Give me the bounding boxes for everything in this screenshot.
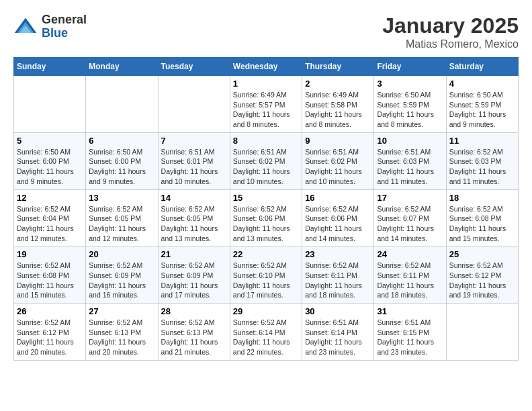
day-of-week-header: Thursday (302, 58, 374, 76)
calendar-week-row: 19Sunrise: 6:52 AMSunset: 6:08 PMDayligh… (14, 246, 519, 304)
day-number: 13 (89, 193, 154, 203)
calendar-cell: 23Sunrise: 6:52 AMSunset: 6:11 PMDayligh… (302, 246, 374, 304)
calendar-week-row: 1Sunrise: 6:49 AMSunset: 5:57 PMDaylight… (14, 76, 519, 133)
day-info: Sunrise: 6:51 AMSunset: 6:14 PMDaylight:… (305, 318, 371, 357)
calendar-cell: 7Sunrise: 6:51 AMSunset: 6:01 PMDaylight… (158, 132, 230, 189)
calendar-cell: 16Sunrise: 6:52 AMSunset: 6:06 PMDayligh… (302, 189, 374, 246)
day-number: 24 (377, 249, 443, 259)
calendar-week-row: 12Sunrise: 6:52 AMSunset: 6:04 PMDayligh… (14, 189, 519, 246)
calendar-cell: 6Sunrise: 6:50 AMSunset: 6:00 PMDaylight… (86, 132, 158, 189)
day-info: Sunrise: 6:49 AMSunset: 5:58 PMDaylight:… (305, 90, 371, 130)
day-info: Sunrise: 6:50 AMSunset: 6:00 PMDaylight:… (89, 147, 154, 187)
calendar-cell: 5Sunrise: 6:50 AMSunset: 6:00 PMDaylight… (14, 132, 86, 189)
day-info: Sunrise: 6:51 AMSunset: 6:01 PMDaylight:… (161, 147, 227, 187)
calendar-cell (14, 76, 86, 133)
day-info: Sunrise: 6:52 AMSunset: 6:13 PMDaylight:… (161, 318, 227, 357)
day-number: 26 (17, 306, 83, 316)
day-info: Sunrise: 6:52 AMSunset: 6:04 PMDaylight:… (17, 204, 83, 244)
day-info: Sunrise: 6:52 AMSunset: 6:09 PMDaylight:… (89, 261, 154, 300)
day-info: Sunrise: 6:50 AMSunset: 5:59 PMDaylight:… (377, 90, 443, 130)
calendar-header: SundayMondayTuesdayWednesdayThursdayFrid… (14, 58, 519, 76)
calendar-cell: 19Sunrise: 6:52 AMSunset: 6:08 PMDayligh… (14, 246, 86, 304)
calendar-cell: 13Sunrise: 6:52 AMSunset: 6:05 PMDayligh… (86, 189, 158, 246)
day-of-week-header: Saturday (446, 58, 518, 76)
day-number: 25 (449, 249, 515, 259)
calendar-cell: 28Sunrise: 6:52 AMSunset: 6:13 PMDayligh… (158, 304, 230, 361)
day-number: 14 (161, 193, 227, 203)
day-number: 7 (161, 136, 227, 146)
calendar-cell (158, 76, 230, 133)
day-number: 22 (233, 249, 299, 259)
day-of-week-header: Sunday (14, 58, 86, 76)
calendar-cell: 26Sunrise: 6:52 AMSunset: 6:12 PMDayligh… (14, 304, 86, 361)
days-of-week-row: SundayMondayTuesdayWednesdayThursdayFrid… (14, 58, 519, 76)
calendar-cell: 18Sunrise: 6:52 AMSunset: 6:08 PMDayligh… (446, 189, 518, 246)
calendar-cell (446, 304, 518, 361)
calendar-cell: 8Sunrise: 6:51 AMSunset: 6:02 PMDaylight… (230, 132, 302, 189)
calendar-subtitle: Matias Romero, Mexico (382, 38, 519, 50)
logo: General Blue (13, 13, 87, 40)
day-number: 4 (449, 79, 515, 89)
calendar-cell: 24Sunrise: 6:52 AMSunset: 6:11 PMDayligh… (374, 246, 446, 304)
day-number: 29 (233, 306, 299, 316)
day-number: 19 (17, 249, 83, 259)
day-info: Sunrise: 6:50 AMSunset: 5:59 PMDaylight:… (449, 90, 515, 130)
day-info: Sunrise: 6:52 AMSunset: 6:06 PMDaylight:… (305, 204, 371, 244)
day-number: 8 (233, 136, 299, 146)
day-number: 5 (17, 136, 83, 146)
day-info: Sunrise: 6:52 AMSunset: 6:11 PMDaylight:… (305, 261, 371, 300)
day-number: 9 (305, 136, 371, 146)
calendar-cell: 31Sunrise: 6:51 AMSunset: 6:15 PMDayligh… (374, 304, 446, 361)
day-info: Sunrise: 6:52 AMSunset: 6:08 PMDaylight:… (17, 261, 83, 300)
day-info: Sunrise: 6:52 AMSunset: 6:14 PMDaylight:… (233, 318, 299, 357)
day-info: Sunrise: 6:52 AMSunset: 6:06 PMDaylight:… (233, 204, 299, 244)
calendar-table: SundayMondayTuesdayWednesdayThursdayFrid… (13, 57, 519, 361)
title-block: January 2025 Matias Romero, Mexico (382, 13, 519, 50)
day-number: 18 (449, 193, 515, 203)
calendar-cell: 11Sunrise: 6:52 AMSunset: 6:03 PMDayligh… (446, 132, 518, 189)
calendar-cell: 21Sunrise: 6:52 AMSunset: 6:09 PMDayligh… (158, 246, 230, 304)
day-number: 15 (233, 193, 299, 203)
day-number: 30 (305, 306, 371, 316)
calendar-cell: 1Sunrise: 6:49 AMSunset: 5:57 PMDaylight… (230, 76, 302, 133)
day-info: Sunrise: 6:52 AMSunset: 6:08 PMDaylight:… (449, 204, 515, 244)
day-number: 10 (377, 136, 443, 146)
logo-icon (13, 15, 38, 39)
day-number: 21 (161, 249, 227, 259)
calendar-cell: 27Sunrise: 6:52 AMSunset: 6:13 PMDayligh… (86, 304, 158, 361)
day-of-week-header: Friday (374, 58, 446, 76)
calendar-cell: 4Sunrise: 6:50 AMSunset: 5:59 PMDaylight… (446, 76, 518, 133)
calendar-week-row: 26Sunrise: 6:52 AMSunset: 6:12 PMDayligh… (14, 304, 519, 361)
day-of-week-header: Tuesday (158, 58, 230, 76)
day-info: Sunrise: 6:52 AMSunset: 6:05 PMDaylight:… (161, 204, 227, 244)
calendar-cell: 14Sunrise: 6:52 AMSunset: 6:05 PMDayligh… (158, 189, 230, 246)
calendar-cell: 29Sunrise: 6:52 AMSunset: 6:14 PMDayligh… (230, 304, 302, 361)
day-info: Sunrise: 6:52 AMSunset: 6:13 PMDaylight:… (89, 318, 154, 357)
calendar-cell: 2Sunrise: 6:49 AMSunset: 5:58 PMDaylight… (302, 76, 374, 133)
calendar-cell: 25Sunrise: 6:52 AMSunset: 6:12 PMDayligh… (446, 246, 518, 304)
day-info: Sunrise: 6:52 AMSunset: 6:12 PMDaylight:… (449, 261, 515, 300)
calendar-cell: 30Sunrise: 6:51 AMSunset: 6:14 PMDayligh… (302, 304, 374, 361)
day-info: Sunrise: 6:52 AMSunset: 6:10 PMDaylight:… (233, 261, 299, 300)
calendar-cell: 12Sunrise: 6:52 AMSunset: 6:04 PMDayligh… (14, 189, 86, 246)
calendar-cell: 17Sunrise: 6:52 AMSunset: 6:07 PMDayligh… (374, 189, 446, 246)
day-number: 11 (449, 136, 515, 146)
day-number: 12 (17, 193, 83, 203)
day-number: 28 (161, 306, 227, 316)
day-of-week-header: Monday (86, 58, 158, 76)
calendar-cell: 10Sunrise: 6:51 AMSunset: 6:03 PMDayligh… (374, 132, 446, 189)
day-number: 23 (305, 249, 371, 259)
calendar-body: 1Sunrise: 6:49 AMSunset: 5:57 PMDaylight… (14, 76, 519, 361)
day-info: Sunrise: 6:52 AMSunset: 6:07 PMDaylight:… (377, 204, 443, 244)
logo-text: General Blue (42, 13, 87, 40)
day-number: 17 (377, 193, 443, 203)
day-info: Sunrise: 6:52 AMSunset: 6:03 PMDaylight:… (449, 147, 515, 187)
calendar-cell: 15Sunrise: 6:52 AMSunset: 6:06 PMDayligh… (230, 189, 302, 246)
day-info: Sunrise: 6:51 AMSunset: 6:02 PMDaylight:… (233, 147, 299, 187)
day-info: Sunrise: 6:52 AMSunset: 6:11 PMDaylight:… (377, 261, 443, 300)
day-number: 20 (89, 249, 154, 259)
calendar-title: January 2025 (382, 13, 519, 38)
day-number: 6 (89, 136, 154, 146)
calendar-week-row: 5Sunrise: 6:50 AMSunset: 6:00 PMDaylight… (14, 132, 519, 189)
day-info: Sunrise: 6:51 AMSunset: 6:15 PMDaylight:… (377, 318, 443, 357)
